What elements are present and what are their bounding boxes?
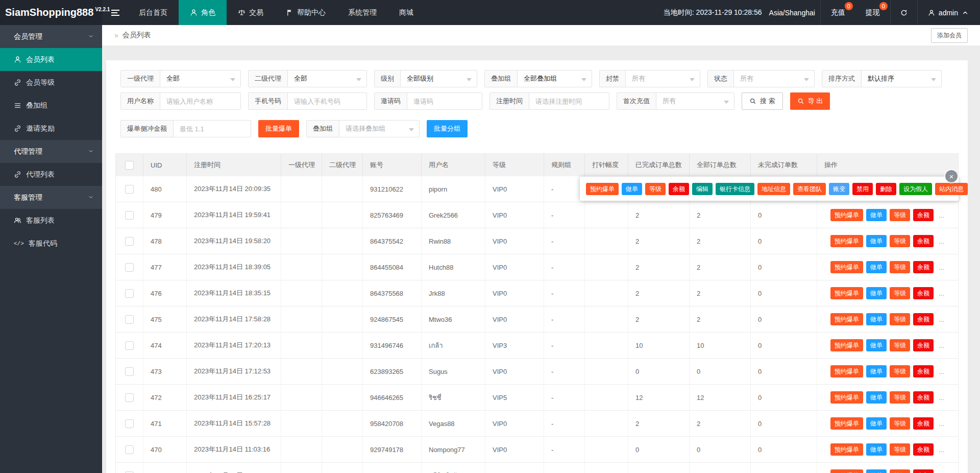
- top-menu-item-mall[interactable]: 商城: [388, 0, 425, 25]
- batch-burst-button[interactable]: 批量爆单: [258, 120, 299, 137]
- row-action-reserve-burst[interactable]: 预约爆单: [830, 235, 863, 247]
- add-member-button[interactable]: 添加会员: [931, 28, 968, 43]
- sidebar-item-agent-manage[interactable]: 代理管理: [0, 140, 102, 163]
- recharge-link[interactable]: 充值 0: [820, 0, 855, 25]
- row-action-balance[interactable]: 余额: [913, 443, 934, 456]
- row-action-level[interactable]: 等级: [890, 443, 910, 456]
- row-action-reserve-burst[interactable]: 预约爆单: [830, 339, 863, 351]
- admin-menu[interactable]: admin: [917, 0, 980, 25]
- row-action-do-order[interactable]: 做单: [866, 469, 887, 473]
- row-action-balance[interactable]: 余额: [913, 365, 934, 377]
- group-select-filter[interactable]: 叠加组 请选择叠加组: [306, 120, 420, 137]
- top-menu-item-role[interactable]: 角色: [179, 0, 227, 25]
- row-checkbox[interactable]: [125, 211, 134, 220]
- row-action-do-order[interactable]: 做单: [866, 313, 887, 325]
- hamburger-menu-icon[interactable]: [111, 8, 119, 17]
- row-action-level[interactable]: 等级: [890, 313, 910, 325]
- row-action-reserve-burst[interactable]: 预约爆单: [830, 287, 863, 299]
- row-action-do-order[interactable]: 做单: [866, 365, 887, 377]
- row-action-do-order[interactable]: 做单: [866, 209, 887, 221]
- row-action-level[interactable]: 等级: [890, 261, 910, 273]
- popup-action-view-team[interactable]: 查看团队: [793, 183, 826, 195]
- row-checkbox[interactable]: [125, 263, 134, 272]
- close-icon[interactable]: ×: [945, 170, 958, 182]
- row-checkbox[interactable]: [125, 237, 134, 246]
- select-all-checkbox[interactable]: [125, 161, 134, 170]
- row-action-level[interactable]: 等级: [890, 469, 910, 473]
- row-action-level[interactable]: 等级: [890, 235, 910, 247]
- popup-action-set-fake[interactable]: 设为假人: [899, 183, 932, 195]
- row-action-level[interactable]: 等级: [890, 209, 910, 221]
- export-button[interactable]: 导 出: [790, 92, 830, 110]
- row-action-reserve-burst[interactable]: 预约爆单: [830, 313, 863, 325]
- row-action-balance[interactable]: 余额: [913, 391, 934, 404]
- popup-action-disable[interactable]: 禁用: [852, 183, 873, 195]
- row-action-reserve-burst[interactable]: 预约爆单: [830, 417, 863, 430]
- more-actions-ellipsis[interactable]: ...: [939, 316, 944, 323]
- popup-action-balance-change[interactable]: 账变: [829, 183, 849, 195]
- sort-filter[interactable]: 排序方式默认排序: [822, 70, 942, 87]
- row-action-do-order[interactable]: 做单: [866, 391, 887, 404]
- ban-filter[interactable]: 封禁所有: [599, 70, 700, 87]
- row-checkbox[interactable]: [125, 289, 134, 298]
- row-checkbox[interactable]: [125, 393, 134, 402]
- sidebar-item-member-manage[interactable]: 会员管理: [0, 25, 102, 48]
- refresh-icon[interactable]: [890, 0, 917, 25]
- more-actions-ellipsis[interactable]: ...: [939, 368, 944, 375]
- agent2-filter[interactable]: 二级代理全部: [248, 70, 367, 87]
- more-actions-ellipsis[interactable]: ...: [939, 290, 944, 297]
- row-checkbox[interactable]: [125, 445, 134, 454]
- more-actions-ellipsis[interactable]: ...: [939, 264, 944, 271]
- sidebar-item-service-code[interactable]: </>客服代码: [0, 232, 102, 255]
- phone-filter-input[interactable]: [288, 98, 366, 105]
- sidebar-item-agent-list[interactable]: 代理列表: [0, 163, 102, 186]
- row-action-level[interactable]: 等级: [890, 287, 910, 299]
- popup-action-edit[interactable]: 编辑: [692, 183, 713, 195]
- level-filter[interactable]: 级别全部级别: [374, 70, 477, 87]
- batch-group-button[interactable]: 批量分组: [427, 120, 468, 137]
- burst-amount-input[interactable]: [174, 125, 251, 133]
- top-menu-item-system-manage[interactable]: 系统管理: [337, 0, 388, 25]
- popup-action-bank-info[interactable]: 银行卡信息: [716, 183, 754, 195]
- sidebar-item-service-list[interactable]: 客服列表: [0, 209, 102, 232]
- row-action-balance[interactable]: 余额: [913, 235, 934, 247]
- status-filter[interactable]: 状态所有: [707, 70, 815, 87]
- row-action-level[interactable]: 等级: [890, 365, 910, 377]
- popup-action-delete[interactable]: 删除: [876, 183, 896, 195]
- popup-action-address-info[interactable]: 地址信息: [757, 183, 790, 195]
- row-action-balance[interactable]: 余额: [913, 261, 934, 273]
- row-action-do-order[interactable]: 做单: [866, 417, 887, 430]
- row-action-reserve-burst[interactable]: 预约爆单: [830, 391, 863, 404]
- row-action-balance[interactable]: 余额: [913, 287, 934, 299]
- stack-group-filter[interactable]: 叠加组全部叠加组: [484, 70, 592, 87]
- more-actions-ellipsis[interactable]: ...: [939, 420, 944, 428]
- sidebar-item-stack-group[interactable]: 叠加组: [0, 94, 102, 117]
- popup-action-balance[interactable]: 余额: [669, 183, 689, 195]
- row-action-do-order[interactable]: 做单: [866, 339, 887, 351]
- popup-action-do-order[interactable]: 做单: [622, 183, 642, 195]
- row-checkbox[interactable]: [125, 419, 134, 428]
- row-action-level[interactable]: 等级: [890, 339, 910, 351]
- row-action-do-order[interactable]: 做单: [866, 287, 887, 299]
- row-action-level[interactable]: 等级: [890, 417, 910, 430]
- popup-action-level[interactable]: 等级: [645, 183, 666, 195]
- row-checkbox[interactable]: [125, 341, 134, 350]
- row-action-balance[interactable]: 余额: [913, 417, 934, 430]
- invite-code-filter-input[interactable]: [407, 98, 482, 105]
- row-action-do-order[interactable]: 做单: [866, 235, 887, 247]
- sidebar-item-member-level[interactable]: 会员等级: [0, 71, 102, 94]
- sidebar-item-invite-reward[interactable]: 邀请奖励: [0, 117, 102, 140]
- top-menu-item-help-center[interactable]: 帮助中心: [275, 0, 337, 25]
- agent1-filter[interactable]: 一级代理全部: [120, 70, 241, 87]
- more-actions-ellipsis[interactable]: ...: [939, 238, 944, 245]
- row-action-do-order[interactable]: 做单: [866, 443, 887, 456]
- top-menu-item-trade[interactable]: 交易: [227, 0, 275, 25]
- row-checkbox[interactable]: [125, 315, 134, 324]
- row-action-balance[interactable]: 余额: [913, 209, 934, 221]
- more-actions-ellipsis[interactable]: ...: [939, 394, 944, 401]
- row-action-do-order[interactable]: 做单: [866, 261, 887, 273]
- sidebar-item-member-list[interactable]: 会员列表: [0, 48, 102, 71]
- username-filter-input[interactable]: [160, 98, 240, 105]
- more-actions-ellipsis[interactable]: ...: [939, 446, 944, 454]
- row-action-reserve-burst[interactable]: 预约爆单: [830, 469, 863, 473]
